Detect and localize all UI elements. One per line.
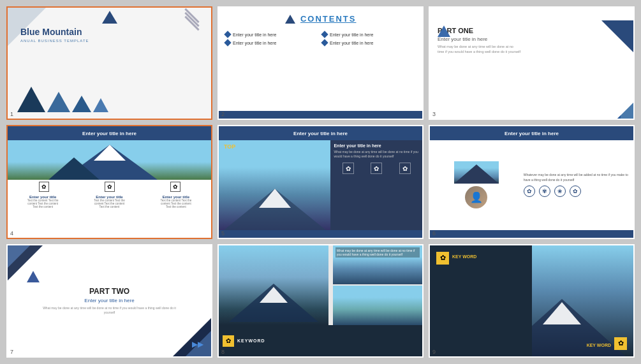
- slide6-bottom-bar: [430, 230, 633, 238]
- slide5-bottom-bar: [219, 230, 422, 238]
- slide7-small-triangle: [27, 271, 40, 282]
- slide4-icons-row: ✿ ✿ ✿: [8, 180, 211, 194]
- slide3-tri-bottom-right2: [608, 115, 621, 120]
- slide2-item-2-text: Enter your title in here: [330, 33, 373, 37]
- slide9-keyword-icon-top: ✿: [436, 252, 449, 265]
- slide2-items: Enter your title in here Enter your titl…: [219, 27, 422, 50]
- slide7-topleft-tri2: [8, 245, 30, 268]
- slide-8[interactable]: What may be done at any time will be don…: [217, 244, 424, 358]
- slide6-header-bar: Enter your title in here: [430, 126, 633, 140]
- slide5-content-body: What may be done at any time will be don…: [334, 150, 419, 159]
- slide5-body: TOP Enter your title in here What may be…: [219, 140, 422, 229]
- slide6-body: 👤 Whatever may be done at any time will …: [430, 140, 633, 229]
- slide6-body-text: Whatever may be done at any time will be…: [524, 173, 631, 182]
- slide1-mountain-tri-4: [93, 98, 108, 112]
- slide7-subtitle: Enter your title in here: [38, 298, 181, 303]
- slide2-item-3: Enter your title in here: [225, 40, 319, 45]
- slide5-top-label: TOP: [224, 143, 235, 150]
- slide8-keyword-icon: ✿: [223, 335, 234, 347]
- slide6-avatar-area: 👤: [432, 143, 520, 227]
- slide4-sublabel-1: Text the content Text the content Text t…: [26, 199, 61, 208]
- slide5-text-panel: Enter your title in here What may be don…: [330, 140, 422, 229]
- slide9-number: 9: [432, 349, 436, 355]
- slide8-mountain-snow: [260, 287, 288, 303]
- slide6-text-area: Whatever may be done at any time will be…: [524, 143, 631, 227]
- slide4-label-1: Enter your title Text the content Text t…: [26, 195, 61, 208]
- slide7-content: PART TWO Enter your title in here What m…: [38, 287, 181, 315]
- slide-3[interactable]: PART ONE Enter your title in here What m…: [429, 6, 635, 120]
- slide-6[interactable]: Enter your title in here 👤 Whatever may …: [429, 125, 635, 238]
- slide4-sublabel-3: Text the content Text the content Text t…: [158, 199, 193, 208]
- slide8-keyword-text: KEYWORD: [237, 339, 265, 343]
- slide2-item-3-text: Enter your title in here: [233, 41, 276, 45]
- slide1-content: Blue Mountain ANUAL BUSINESS TEMPLATE: [20, 27, 89, 43]
- slide3-right-triangles: [595, 20, 633, 120]
- slide7-part-label: PART TWO: [38, 287, 181, 296]
- slide8-thumb-2: [333, 286, 422, 325]
- slide2-number: 2: [221, 111, 225, 117]
- slide3-accent-triangle: [438, 25, 450, 37]
- slide2-item-1-text: Enter your title in here: [233, 33, 276, 37]
- slide-2[interactable]: CONTENTS Enter your title in here Enter …: [217, 6, 424, 120]
- slide9-keyword-icon-bottom: ✿: [614, 337, 627, 350]
- slide2-bottom-bar: [219, 111, 422, 119]
- slide8-main-image: [219, 245, 328, 326]
- slide9-mountain-snow: [543, 302, 581, 324]
- slide2-title: CONTENTS: [300, 14, 357, 24]
- slide1-subtitle: ANUAL BUSINESS TEMPLATE: [20, 39, 89, 43]
- slide4-mountain: [8, 140, 211, 180]
- slide4-label-2: Enter your title Text the content Text t…: [92, 195, 127, 208]
- slide4-header-bar: Enter your title in here: [8, 126, 211, 140]
- slide5-icon-1: ✿: [343, 163, 354, 174]
- slide2-item-2: Enter your title in here: [322, 32, 416, 37]
- slide6-icon-4: ✿: [570, 186, 581, 197]
- slide2-item-4-text: Enter your title in here: [330, 41, 373, 45]
- slide5-header-bar: Enter your title in here: [219, 126, 422, 140]
- slide5-icon-3: ✿: [399, 163, 411, 174]
- slide1-top-triangle: [102, 11, 117, 24]
- slide2-item-1: Enter your title in here: [225, 32, 319, 37]
- slide3-number: 3: [432, 111, 436, 117]
- slide6-icon-1: ✿: [524, 186, 535, 197]
- slide7-arrow: ▶▶: [192, 340, 203, 349]
- slide5-number: 5: [221, 230, 225, 237]
- slide6-mountain-mini: [454, 161, 499, 184]
- slide5-mountain-snow: [259, 189, 291, 208]
- slide8-number: 8: [221, 349, 225, 355]
- slide1-title: Blue Mountain: [20, 27, 89, 38]
- slide5-header-title: Enter your title in here: [293, 131, 348, 136]
- slide2-diamond-3: [224, 39, 231, 46]
- slide4-icon-1: ✿: [39, 182, 49, 192]
- slide8-text-panel: What may be done at any time will be don…: [333, 245, 422, 259]
- slide2-diamond-1: [224, 31, 231, 38]
- slide6-icon-3: ❀: [554, 186, 566, 197]
- slide6-icon-2: ✾: [539, 186, 550, 197]
- slide-7[interactable]: ▶▶ PART TWO Enter your title in here Wha…: [6, 244, 212, 358]
- slide-4[interactable]: Enter your title in here ✿ ✿ ✿ Enter you…: [6, 125, 212, 238]
- slide-1[interactable]: Blue Mountain ANUAL BUSINESS TEMPLATE 1: [6, 6, 212, 120]
- slide9-keyword-label-top: KEY WORD: [452, 254, 476, 259]
- slide4-label-3: Enter your title Text the content Text t…: [158, 195, 193, 208]
- slide5-icon-2: ✿: [371, 163, 382, 174]
- slide-9[interactable]: ✿ KEY WORD ✿ KEY WORD 9: [429, 244, 635, 358]
- slide9-keyword-label-bottom: KEY WORD: [587, 343, 611, 347]
- slide1-diagonal-lines: [182, 13, 202, 26]
- slide4-labels-row: Enter your title Text the content Text t…: [8, 194, 211, 210]
- slide8-bottom-bar: ✿ KEYWORD: [219, 325, 422, 356]
- slide6-avatar: 👤: [465, 186, 487, 208]
- slide1-mountain-tri-2: [47, 92, 70, 112]
- slide-5[interactable]: Enter your title in here TOP Enter your …: [217, 125, 424, 238]
- slide5-content-title: Enter your title in here: [334, 143, 419, 148]
- slide3-tri-top-right: [601, 20, 633, 52]
- slide4-mountain-side: [48, 157, 99, 180]
- slide5-mountain-img: TOP: [219, 140, 330, 229]
- slide5-icons-row: ✿ ✿ ✿: [334, 163, 419, 174]
- slide3-body-text: What may be done at any time will be don…: [438, 45, 520, 54]
- slide2-header: CONTENTS: [219, 8, 422, 24]
- slide6-mountain-shape: [454, 164, 499, 184]
- slide1-number: 1: [10, 111, 13, 117]
- slide5-mountain-area: TOP: [219, 140, 330, 229]
- slide-grid: Blue Mountain ANUAL BUSINESS TEMPLATE 1 …: [6, 6, 635, 358]
- slide7-body-text: What may be done at any time will be don…: [38, 306, 181, 315]
- slide4-icon-2: ✿: [105, 182, 115, 192]
